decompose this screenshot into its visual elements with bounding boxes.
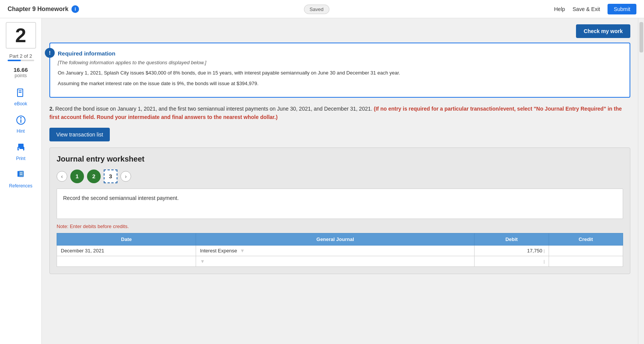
scrollbar[interactable] — [638, 18, 644, 344]
ebook-label: eBook — [14, 101, 27, 106]
question-number-label: 2. — [49, 106, 54, 112]
svg-rect-14 — [20, 173, 22, 173]
tab-1[interactable]: 1 — [70, 170, 84, 183]
table-row: December 31, 2021 Interest Expense ▼ 17,… — [57, 245, 623, 256]
main-layout: 2 Part 2 of 2 16.66 points eBook — [0, 18, 644, 344]
svg-rect-15 — [20, 174, 22, 175]
worksheet-container: Journal entry worksheet ‹ 1 2 3 › Record… — [49, 147, 630, 274]
info-box: ! Required information [The following in… — [49, 43, 630, 98]
info-box-icon: ! — [45, 48, 55, 58]
left-sidebar: 2 Part 2 of 2 16.66 points eBook — [0, 18, 42, 344]
view-transaction-list-button[interactable]: View transaction list — [49, 128, 110, 141]
progress-bar — [8, 60, 34, 61]
hint-icon — [14, 113, 28, 127]
journal-table: Date General Journal Debit Credit Decemb… — [57, 233, 623, 267]
tab-prev-arrow[interactable]: ‹ — [57, 171, 67, 182]
sidebar-item-print[interactable]: Print — [14, 141, 28, 161]
help-link[interactable]: Help — [554, 6, 565, 12]
table-row: ▼ | — [57, 256, 623, 266]
worksheet-title: Journal entry worksheet — [57, 155, 623, 163]
row1-credit[interactable] — [549, 245, 623, 256]
points-value: 16.66 — [14, 67, 28, 73]
info-box-paragraph2: Assuming the market interest rate on the… — [58, 80, 622, 87]
progress-bar-fill — [8, 60, 21, 61]
instruction-text: Record the second semiannual interest pa… — [63, 195, 179, 201]
hint-label: Hint — [17, 128, 25, 134]
tab-2[interactable]: 2 — [87, 170, 101, 183]
check-my-work-button[interactable]: Check my work — [576, 24, 630, 38]
content-area: Check my work ! Required information [Th… — [42, 18, 638, 344]
info-box-italic: [The following information applies to th… — [58, 60, 622, 65]
svg-point-5 — [20, 117, 22, 119]
svg-rect-13 — [19, 171, 24, 177]
col-general-journal: General Journal — [196, 233, 475, 245]
question-number-box: 2 — [6, 22, 36, 49]
row2-date — [57, 256, 196, 266]
instruction-box: Record the second semiannual interest pa… — [57, 189, 623, 219]
nav-left: Chapter 9 Homework i — [8, 5, 79, 13]
scrollbar-thumb[interactable] — [639, 22, 643, 52]
question-number: 2 — [15, 24, 26, 47]
save-exit-link[interactable]: Save & Exit — [573, 6, 600, 12]
svg-rect-10 — [19, 149, 23, 152]
row1-journal[interactable]: Interest Expense ▼ — [196, 245, 475, 256]
table-header-row: Date General Journal Debit Credit — [57, 233, 623, 245]
points-label: points — [14, 73, 27, 78]
top-navigation: Chapter 9 Homework i Saved Help Save & E… — [0, 0, 644, 18]
row1-debit[interactable]: 17,750 | — [475, 245, 549, 256]
ebook-icon — [14, 86, 28, 100]
col-debit: Debit — [475, 233, 549, 245]
col-credit: Credit — [549, 233, 623, 245]
saved-status: Saved — [304, 6, 329, 12]
info-box-title: Required information — [58, 50, 622, 57]
svg-rect-2 — [19, 90, 22, 91]
info-icon[interactable]: i — [71, 5, 79, 13]
svg-rect-3 — [19, 92, 22, 93]
tab-next-arrow[interactable]: › — [120, 171, 131, 182]
sidebar-item-ebook[interactable]: eBook — [14, 86, 28, 106]
print-label: Print — [16, 156, 25, 161]
tab-3[interactable]: 3 — [104, 170, 117, 183]
row2-debit[interactable]: | — [475, 256, 549, 266]
row1-date: December 31, 2021 — [57, 245, 196, 256]
col-date: Date — [57, 233, 196, 245]
print-icon — [14, 141, 28, 154]
tab-navigation: ‹ 1 2 3 › — [57, 170, 623, 183]
question-section: 2. Record the bond issue on January 1, 2… — [49, 105, 630, 122]
row2-credit[interactable] — [549, 256, 623, 266]
part-label: Part 2 of 2 — [9, 53, 32, 59]
sidebar-item-hint[interactable]: Hint — [14, 113, 28, 134]
note-text: Note: Enter debits before credits. — [57, 224, 623, 229]
sidebar-item-references[interactable]: References — [9, 168, 32, 189]
saved-badge: Saved — [304, 5, 329, 14]
info-box-paragraph1: On January 1, 2021, Splash City issues $… — [58, 69, 622, 77]
submit-button[interactable]: Submit — [608, 4, 636, 14]
page-title: Chapter 9 Homework — [8, 6, 68, 13]
question-text: Record the bond issue on January 1, 2021… — [55, 106, 372, 112]
references-label: References — [9, 183, 32, 189]
svg-rect-11 — [18, 148, 20, 149]
nav-right: Help Save & Exit Submit — [554, 4, 636, 14]
references-icon — [14, 168, 28, 182]
row2-journal[interactable]: ▼ — [196, 256, 475, 266]
